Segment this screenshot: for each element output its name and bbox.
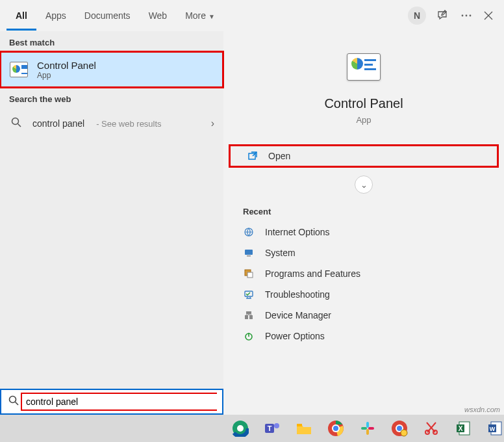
filter-tabs: All Apps Documents Web More▼ N: [0, 0, 504, 31]
tab-more-label: More: [185, 10, 206, 21]
svg-point-32: [397, 426, 402, 431]
svg-point-3: [12, 118, 19, 125]
close-icon[interactable]: [483, 10, 494, 21]
results-panel: Best match Control Panel App Search the …: [0, 31, 223, 415]
system-icon: [243, 247, 255, 259]
taskbar-explorer-icon[interactable]: [295, 419, 314, 438]
power-options-icon: [243, 330, 255, 342]
svg-rect-28: [366, 429, 369, 435]
taskbar-teams-icon[interactable]: T: [263, 419, 282, 438]
best-match-result[interactable]: Control Panel App: [0, 51, 223, 88]
tab-documents[interactable]: Documents: [75, 1, 140, 31]
tab-more[interactable]: More▼: [176, 1, 224, 31]
troubleshooting-icon: [243, 289, 255, 300]
svg-point-21: [274, 423, 279, 428]
svg-point-18: [237, 425, 244, 432]
recent-label: System: [265, 248, 296, 258]
chevron-down-icon: ⌄: [360, 180, 368, 190]
recent-label: Programs and Features: [265, 268, 360, 279]
recent-item-power-options[interactable]: Power Options: [226, 326, 501, 346]
svg-rect-12: [245, 315, 248, 319]
search-box[interactable]: [0, 389, 223, 415]
taskbar-excel-icon[interactable]: X: [453, 419, 472, 438]
recent-item-troubleshooting[interactable]: Troubleshooting: [226, 284, 501, 305]
preview-panel: Control Panel App Open ⌄ Recent Internet…: [223, 31, 504, 415]
svg-rect-27: [361, 427, 367, 430]
svg-rect-29: [368, 427, 374, 430]
recent-item-internet-options[interactable]: Internet Options: [226, 222, 501, 242]
chevron-down-icon: ▼: [208, 13, 215, 20]
taskbar-snip-icon[interactable]: [422, 419, 440, 438]
svg-text:T: T: [268, 424, 272, 432]
search-input[interactable]: [26, 396, 213, 407]
svg-text:W: W: [489, 426, 495, 432]
programs-icon: [243, 268, 255, 280]
svg-point-2: [470, 15, 472, 17]
chevron-right-icon: ›: [211, 118, 214, 129]
tab-apps[interactable]: Apps: [36, 1, 75, 31]
svg-rect-7: [247, 255, 251, 257]
web-hint: - See web results: [96, 119, 161, 129]
feedback-icon[interactable]: [436, 9, 449, 22]
open-icon: [247, 151, 258, 161]
taskbar-chrome-icon[interactable]: [327, 419, 346, 438]
svg-rect-13: [249, 315, 253, 319]
recent-item-programs[interactable]: Programs and Features: [226, 263, 501, 284]
taskbar-slack-icon[interactable]: [359, 419, 377, 438]
control-panel-icon: [347, 53, 381, 81]
taskbar-edge-icon[interactable]: [231, 419, 250, 438]
svg-point-0: [462, 15, 464, 17]
recent-label: Troubleshooting: [265, 289, 330, 300]
search-icon: [9, 117, 23, 130]
recent-label: Device Manager: [265, 310, 331, 320]
web-query: control panel: [32, 118, 84, 129]
svg-rect-11: [246, 311, 251, 314]
svg-point-1: [466, 15, 468, 17]
expand-button[interactable]: ⌄: [355, 176, 373, 194]
preview-title: Control Panel: [324, 96, 403, 111]
preview-hero: Control Panel App: [226, 40, 501, 144]
overflow-icon[interactable]: [460, 9, 473, 22]
control-panel-icon: [10, 62, 28, 77]
taskbar-chrome2-icon[interactable]: [390, 419, 409, 438]
svg-rect-9: [247, 272, 253, 278]
best-match-header: Best match: [0, 31, 223, 51]
recent-label: Internet Options: [265, 227, 330, 237]
search-web-header: Search the web: [0, 88, 223, 108]
recent-item-system[interactable]: System: [226, 242, 501, 263]
svg-text:X: X: [458, 425, 462, 432]
svg-rect-6: [245, 250, 253, 255]
svg-point-15: [10, 396, 16, 403]
recent-item-device-manager[interactable]: Device Manager: [226, 305, 501, 326]
tab-all[interactable]: All: [6, 1, 36, 31]
best-match-title: Control Panel: [37, 60, 96, 71]
taskbar: T X W: [0, 415, 504, 442]
user-avatar[interactable]: N: [408, 6, 426, 25]
open-button[interactable]: Open: [229, 144, 499, 168]
best-match-subtitle: App: [37, 71, 96, 80]
device-manager-icon: [243, 309, 255, 321]
open-label: Open: [268, 151, 290, 161]
recent-header: Recent: [226, 194, 501, 222]
tab-web[interactable]: Web: [140, 1, 177, 31]
taskbar-word-icon[interactable]: W: [485, 419, 504, 438]
internet-options-icon: [243, 226, 255, 238]
svg-rect-22: [297, 424, 302, 426]
search-icon: [6, 395, 21, 408]
preview-subtitle: App: [356, 115, 371, 125]
svg-point-33: [401, 430, 407, 436]
recent-label: Power Options: [265, 331, 325, 341]
web-result[interactable]: control panel - See web results ›: [0, 108, 223, 139]
svg-rect-26: [366, 422, 369, 428]
svg-point-25: [333, 426, 338, 431]
